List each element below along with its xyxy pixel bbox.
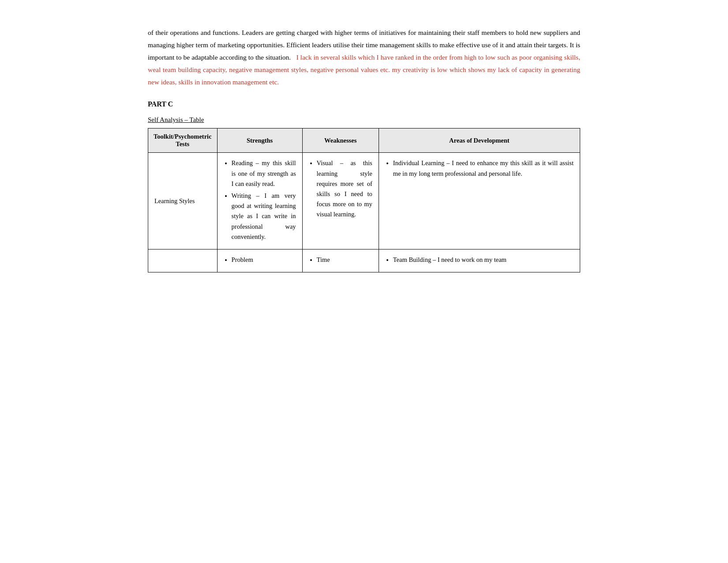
cell-weaknesses-partial: Time — [302, 249, 379, 272]
header-development: Areas of Development — [379, 128, 580, 153]
list-item: Problem — [232, 255, 296, 265]
table-label: Self Analysis – Table — [148, 116, 580, 124]
cell-strengths-learning: Reading – my this skill is one of my str… — [217, 153, 302, 249]
weaknesses-list-partial: Time — [309, 255, 372, 265]
table-row-learning-styles: Learning Styles Reading – my this skill … — [148, 153, 580, 249]
list-item: Visual – as this learning style requires… — [317, 158, 372, 219]
strengths-list-partial: Problem — [224, 255, 296, 265]
self-analysis-table: Toolkit/Psychometric Tests Strengths Wea… — [148, 128, 580, 272]
part-c-heading: PART C — [148, 100, 580, 108]
cell-toolkit-partial — [148, 249, 218, 272]
list-item: Individual Learning – I need to enhance … — [393, 158, 574, 178]
list-item: Time — [317, 255, 372, 265]
intro-paragraph: of their operations and functions. Leade… — [148, 26, 580, 88]
weaknesses-list-learning: Visual – as this learning style requires… — [309, 158, 372, 219]
table-row-partial: Problem Time Team Building – I need to w… — [148, 249, 580, 272]
cell-weaknesses-learning: Visual – as this learning style requires… — [302, 153, 379, 249]
cell-development-learning: Individual Learning – I need to enhance … — [379, 153, 580, 249]
toolkit-label: Learning Styles — [154, 197, 195, 204]
list-item: Writing – I am very good at writing lear… — [232, 191, 296, 242]
page-container: of their operations and functions. Leade… — [113, 0, 615, 299]
strengths-list-learning: Reading – my this skill is one of my str… — [224, 158, 296, 242]
development-list-learning: Individual Learning – I need to enhance … — [385, 158, 574, 178]
development-list-partial: Team Building – I need to work on my tea… — [385, 255, 574, 265]
cell-strengths-partial: Problem — [217, 249, 302, 272]
table-header-row: Toolkit/Psychometric Tests Strengths Wea… — [148, 128, 580, 153]
cell-development-partial: Team Building – I need to work on my tea… — [379, 249, 580, 272]
header-strengths: Strengths — [217, 128, 302, 153]
header-weaknesses: Weaknesses — [302, 128, 379, 153]
list-item: Team Building – I need to work on my tea… — [393, 255, 574, 265]
header-toolkit: Toolkit/Psychometric Tests — [148, 128, 218, 153]
cell-toolkit-learning: Learning Styles — [148, 153, 218, 249]
list-item: Reading – my this skill is one of my str… — [232, 158, 296, 189]
